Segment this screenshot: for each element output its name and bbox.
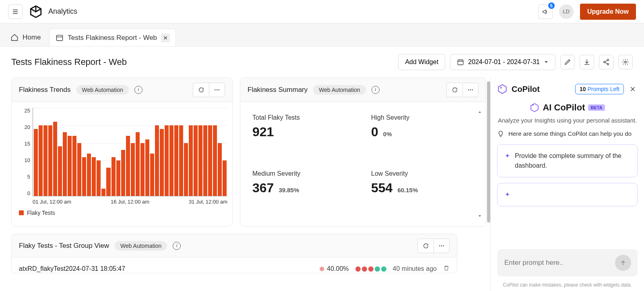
copilot-title: CoPilot <box>512 85 540 94</box>
chart-bar <box>121 150 125 196</box>
metric-value: 921 <box>252 125 274 139</box>
chart-bar <box>34 129 38 196</box>
calendar-icon <box>457 58 464 66</box>
tab-report-label: Tests Flakiness Report - Web <box>68 34 157 42</box>
info-icon[interactable]: i <box>173 242 181 250</box>
x-tick: 16 Jul, 12:00 am <box>111 199 149 205</box>
metric-high: High Severity 00% <box>371 114 474 158</box>
prompts-label: Prompts Left <box>588 86 619 92</box>
chart-bar <box>136 132 140 196</box>
status-dot <box>355 266 361 272</box>
chart-y-axis: 2520151050 <box>17 108 33 196</box>
prompts-left-pill[interactable]: 10 Prompts Left <box>575 84 624 94</box>
test-row[interactable]: atxRD_flakyTest2024-07-31 18:05:47 ✻ 40.… <box>12 258 457 273</box>
chart-bar <box>140 143 144 196</box>
chart-bar <box>179 125 183 196</box>
app-logo[interactable]: Analytics <box>29 5 77 19</box>
scrollbar[interactable] <box>487 81 490 222</box>
more-button[interactable] <box>433 239 450 253</box>
chart-bar <box>97 160 101 196</box>
tab-home[interactable]: Home <box>6 29 45 46</box>
chart-bar <box>203 125 207 196</box>
card-title: Flakiness Summary <box>248 86 308 94</box>
filter-chip[interactable]: Web Automation <box>313 85 365 95</box>
share-icon <box>603 58 610 66</box>
chart-bar <box>53 122 57 196</box>
chart-bar <box>150 154 154 196</box>
chart-bar <box>126 136 130 196</box>
refresh-button[interactable] <box>417 239 433 253</box>
chart-bar <box>58 146 62 196</box>
date-range-picker[interactable]: 2024-07-01 - 2024-07-31 <box>450 54 555 70</box>
metric-value: 0 <box>371 125 378 139</box>
filter-chip[interactable]: Web Automation <box>115 241 167 251</box>
suggestion-card[interactable]: ✦ Provide the complete summary of the da… <box>497 144 638 177</box>
svg-rect-7 <box>458 60 463 65</box>
info-icon[interactable]: i <box>134 86 142 94</box>
chart-bar <box>87 154 91 196</box>
chart-bar <box>77 143 81 196</box>
refresh-button[interactable] <box>446 83 462 97</box>
page-title: Tests Flakiness Report - Web <box>11 57 127 67</box>
gear-icon <box>622 58 629 66</box>
legend-swatch <box>19 210 24 215</box>
hamburger-icon <box>12 8 19 15</box>
chart-bar <box>43 125 47 196</box>
delete-button[interactable] <box>443 265 450 273</box>
copilot-banner: AI CoPilot BETA Analyze your Insights us… <box>497 102 638 125</box>
status-dot <box>368 266 374 272</box>
metric-value: 367 <box>252 181 274 195</box>
chevron-down-icon <box>544 60 549 64</box>
sparkle-icon: ✦ <box>505 190 510 200</box>
chart-bar <box>198 125 202 196</box>
avatar[interactable]: LD <box>559 4 574 19</box>
svg-rect-3 <box>57 35 63 40</box>
download-button[interactable] <box>580 55 594 69</box>
filter-chip[interactable]: Web Automation <box>76 85 129 95</box>
refresh-button[interactable] <box>193 83 209 97</box>
megaphone-icon <box>542 8 549 15</box>
scroll-carets[interactable] <box>478 110 482 218</box>
add-widget-button[interactable]: Add Widget <box>398 54 445 70</box>
notifications-button[interactable]: 5 <box>538 4 553 19</box>
x-tick: 01 Jul, 12:00 am <box>33 199 71 205</box>
copilot-close-button[interactable] <box>628 84 638 94</box>
prompt-input[interactable] <box>504 258 610 267</box>
chart-bar <box>106 168 110 196</box>
metric-low: Low Severity 55460.15% <box>371 170 474 214</box>
tab-row: Home Tests Flakiness Report - Web <box>0 23 644 47</box>
metric-value: 554 <box>371 181 392 195</box>
card-test-group-view: Flaky Tests - Test Group View Web Automa… <box>11 234 457 273</box>
chart-bar <box>63 132 67 196</box>
card-title: Flaky Tests - Test Group View <box>19 242 109 250</box>
copilot-icon <box>530 103 539 112</box>
suggestion-card[interactable]: ✦ <box>497 183 638 206</box>
tab-report[interactable]: Tests Flakiness Report - Web <box>50 29 176 46</box>
metric-label: Total Flaky Tests <box>252 114 355 121</box>
svg-point-23 <box>439 245 440 246</box>
share-button[interactable] <box>599 55 613 69</box>
more-button[interactable] <box>462 83 479 97</box>
date-range-label: 2024-07-01 - 2024-07-31 <box>468 58 540 66</box>
trash-icon <box>443 265 450 271</box>
more-button[interactable] <box>209 83 225 97</box>
edit-button[interactable] <box>560 55 575 69</box>
help-text-label: Here are some things CoPilot can help yo… <box>508 130 632 139</box>
settings-button[interactable] <box>618 55 633 69</box>
tab-close-button[interactable] <box>161 33 170 42</box>
svg-point-18 <box>217 89 217 90</box>
suggestion-label <box>515 190 516 200</box>
upgrade-button[interactable]: Upgrade Now <box>580 4 636 20</box>
send-button[interactable] <box>615 255 631 271</box>
refresh-icon <box>452 87 458 93</box>
info-icon[interactable]: i <box>372 86 380 94</box>
snowflake-icon: ✻ <box>319 265 324 273</box>
copilot-icon <box>497 84 508 94</box>
chart-bar <box>184 143 188 196</box>
chart-bar <box>213 125 217 196</box>
metric-label: High Severity <box>371 114 474 121</box>
svg-line-15 <box>605 62 607 64</box>
menu-button[interactable] <box>8 4 23 19</box>
sparkle-icon: ✦ <box>505 151 510 170</box>
card-title: Flakiness Trends <box>19 86 71 94</box>
